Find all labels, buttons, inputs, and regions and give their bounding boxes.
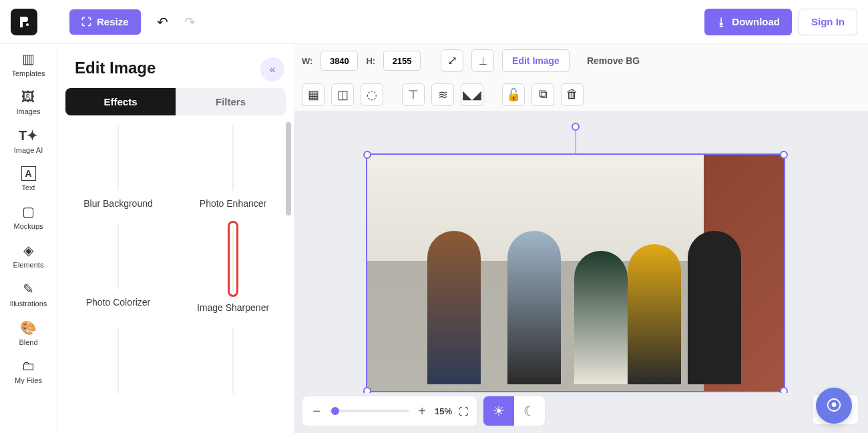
moon-icon: ☾ [523,403,535,419]
zoom-value: 15% [435,406,452,416]
elements-icon: ◈ [23,242,33,258]
align-button[interactable]: ⊤ [402,83,425,106]
remove-bg-button[interactable]: Remove BG [578,49,649,72]
nav-my-files[interactable]: 🗀My Files [15,358,42,384]
flip-icon: ◣◢ [463,87,481,102]
signin-button[interactable]: Sign In [799,9,857,35]
lifebuoy-icon: ⦿ [826,396,842,415]
copy-icon: ⧉ [539,87,548,101]
download-button[interactable]: ⭳ Download [704,9,792,35]
help-button[interactable]: ⦿ [816,388,852,424]
opacity-button[interactable]: ◌ [361,83,383,106]
grid-button[interactable]: ▦ [302,83,324,106]
folder-icon: 🗀 [21,358,35,374]
overlap-button[interactable]: ◫ [331,83,354,106]
theme-light-button[interactable]: ☀ [483,396,514,426]
resize-label: Resize [97,16,129,27]
edit-panel: Edit Image « Effects Filters ⚡ Blur Back… [57,44,294,433]
width-label: W: [302,56,312,66]
resize-handle-tr[interactable] [780,151,788,159]
fit-screen-button[interactable]: ⛶ [459,406,469,417]
templates-icon: ▥ [22,51,35,67]
nav-elements[interactable]: ◈Elements [13,242,44,269]
edit-image-button[interactable]: Edit Image [502,49,570,72]
rotate-handle[interactable] [572,123,580,131]
effect-image-sharpener[interactable]: ⚡ Image Sharpener [180,221,286,318]
panel-title: Edit Image [57,44,294,88]
text-icon: A [21,166,36,181]
height-label: H: [366,56,375,66]
nav-image-ai[interactable]: T✦Image AI [14,127,43,154]
expand-icon: ⤢ [447,53,457,68]
effect-photo-colorizer[interactable]: ⚡ Photo Colorizer [65,221,171,318]
layers-button[interactable]: ≋ [431,83,454,106]
canvas-area: W: H: ⤢ ⟂ Edit Image Remove BG ▦ ◫ ◌ ⊤ ≋… [294,44,868,433]
height-input[interactable] [383,51,421,71]
lock-icon: 🔓 [506,87,521,102]
expand-button[interactable]: ⤢ [441,49,463,72]
zoom-slider[interactable] [329,410,409,412]
drop-icon: ◌ [367,87,377,102]
zoom-out-button[interactable]: − [310,404,322,419]
delete-button[interactable]: 🗑 [561,83,584,106]
effect-card-5[interactable]: ⚡ [65,325,171,402]
sun-icon: ☀ [493,403,505,419]
chevron-left-icon: « [270,63,276,75]
layers-icon: ≋ [438,87,448,102]
width-input[interactable] [320,51,358,71]
resize-icon: ⛶ [81,16,91,27]
nav-templates[interactable]: ▥Templates [11,51,45,77]
nav-images[interactable]: 🖼Images [16,89,40,115]
app-logo[interactable] [11,9,37,35]
images-icon: 🖼 [21,89,35,105]
tab-effects[interactable]: Effects [65,88,176,115]
flip-button[interactable]: ◣◢ [461,83,483,106]
theme-dark-button[interactable]: ☾ [514,396,545,426]
resize-handle-br[interactable] [780,387,788,393]
nav-mockups[interactable]: ▢Mockups [13,203,43,230]
image-ai-icon: T✦ [19,127,38,143]
crop-button[interactable]: ⟂ [471,49,494,72]
download-label: Download [732,16,780,27]
resize-handle-tl[interactable] [363,151,371,159]
svg-point-0 [26,23,29,26]
scrollbar[interactable] [286,122,291,256]
illustrations-icon: ✎ [23,281,34,297]
lock-button[interactable]: 🔓 [502,83,525,106]
effect-photo-enhancer[interactable]: ⚡ Photo Enhancer [180,122,286,214]
mockups-icon: ▢ [22,203,35,220]
copy-button[interactable]: ⧉ [531,83,554,106]
blend-icon: 🎨 [20,320,37,336]
align-icon: ⊤ [408,87,419,102]
resize-button[interactable]: ⛶ Resize [69,9,141,35]
grid-icon: ▦ [308,87,319,102]
effect-card-6[interactable]: ⚡ [180,325,286,402]
zoom-in-button[interactable]: + [416,404,428,419]
trash-icon: 🗑 [566,87,578,101]
download-icon: ⭳ [716,16,726,27]
nav-blend[interactable]: 🎨Blend [19,320,37,346]
left-nav: ▥Templates 🖼Images T✦Image AI AText ▢Moc… [0,44,57,433]
crop-icon: ⟂ [479,54,487,68]
resize-handle-bl[interactable] [363,387,371,393]
zoom-control: − + 15% ⛶ [302,396,477,426]
nav-text[interactable]: AText [21,166,36,191]
tab-filters[interactable]: Filters [176,88,286,115]
nav-illustrations[interactable]: ✎Illustrations [10,281,47,308]
undo-icon[interactable]: ↶ [157,14,168,30]
selected-image[interactable] [366,153,785,392]
collapse-panel-button[interactable]: « [260,57,284,81]
effect-blur-background[interactable]: ⚡ Blur Background [65,122,171,214]
canvas-viewport[interactable] [294,112,868,393]
overlap-icon: ◫ [337,87,349,102]
redo-icon[interactable]: ↷ [184,14,196,30]
